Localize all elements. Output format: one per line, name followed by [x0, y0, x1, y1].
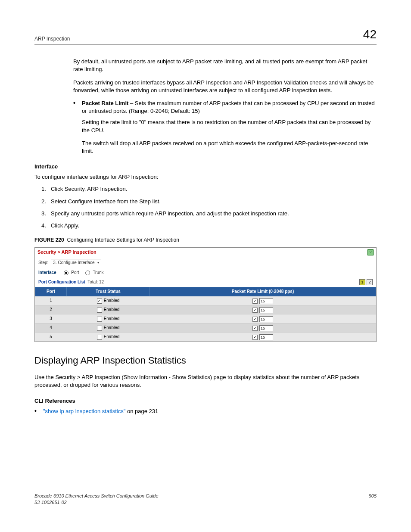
breadcrumb: Security > ARP Inspection	[37, 249, 97, 255]
step-number: 2.	[41, 198, 51, 205]
screenshot-titlebar: Security > ARP Inspection ?	[35, 248, 376, 257]
figure-caption: FIGURE 220 Configuring Interface Setting…	[34, 236, 377, 244]
trust-checkbox[interactable]	[97, 326, 102, 331]
step-text: Specify any untrusted ports which requir…	[51, 210, 377, 218]
page-button-1[interactable]: 1	[359, 279, 365, 285]
rate-input[interactable]: 15	[259, 298, 273, 304]
radio-trunk[interactable]	[85, 271, 90, 275]
col-trust: Trust Status	[67, 287, 150, 296]
cli-link[interactable]: "show ip arp inspection statistics"	[43, 408, 125, 414]
trust-checkbox[interactable]	[97, 299, 102, 304]
enabled-label: Enabled	[104, 307, 120, 312]
bullet-marker: •	[34, 408, 43, 415]
step-select[interactable]: 3. Configure Interface	[51, 259, 101, 266]
enabled-label: Enabled	[104, 325, 120, 330]
cell-trust: Enabled	[67, 333, 150, 342]
rate-checkbox[interactable]	[252, 317, 258, 322]
list-total-label: Total:	[87, 280, 99, 284]
step-item: 3.Specify any untrusted ports which requ…	[41, 210, 377, 218]
term: Packet Rate Limit	[82, 100, 128, 106]
table-row: 5Enabled15	[35, 333, 376, 342]
subsection-heading: Interface	[34, 163, 377, 171]
cell-port: 1	[35, 296, 67, 305]
cell-trust: Enabled	[67, 305, 150, 314]
cell-rate: 15	[150, 333, 376, 342]
list-title-text: Port Configuration List	[38, 280, 85, 284]
paragraph: Use the Security > ARP Inspection (Show …	[34, 373, 377, 389]
section-heading: Displaying ARP Inspection Statistics	[34, 354, 377, 367]
list-header-row: Port Configuration List Total: 12 1 2	[35, 277, 376, 287]
cell-port: 5	[35, 333, 67, 342]
steps-list: 1.Click Security, ARP Inspection. 2.Sele…	[41, 185, 377, 230]
rate-input[interactable]: 15	[259, 307, 273, 313]
subsection-heading: CLI References	[34, 397, 377, 405]
step-text: Select Configure Interface from the Step…	[51, 198, 377, 205]
step-row: Step: 3. Configure Interface	[35, 257, 376, 268]
screenshot-figure: Security > ARP Inspection ? Step: 3. Con…	[34, 247, 377, 342]
page-button-2[interactable]: 2	[367, 279, 373, 285]
footer-doc-id: 53-1002651-02	[34, 499, 159, 506]
step-number: 4.	[41, 222, 51, 230]
bullet-item: • "show ip arp inspection statistics" on…	[34, 408, 377, 415]
cell-port: 2	[35, 305, 67, 314]
header-chapter-number: 42	[363, 26, 377, 43]
step-number: 3.	[41, 210, 51, 218]
step-item: 1.Click Security, ARP Inspection.	[41, 185, 377, 193]
paragraph: Setting the rate limit to "0" means that…	[82, 118, 377, 134]
figure-title: Configuring Interface Settings for ARP I…	[67, 237, 179, 243]
interface-row: Interface Port Trunk	[35, 268, 376, 277]
rate-checkbox[interactable]	[252, 299, 258, 304]
enabled-label: Enabled	[104, 334, 120, 339]
radio-port[interactable]	[64, 271, 68, 275]
cli-link-rest: on page 231	[125, 408, 158, 414]
bullet-text: Packet Rate Limit – Sets the maximum num…	[82, 100, 377, 115]
bullet-marker: •	[73, 100, 82, 115]
enabled-label: Enabled	[104, 298, 120, 303]
list-title: Port Configuration List Total: 12	[38, 279, 104, 285]
cell-port: 3	[35, 314, 67, 324]
rate-input[interactable]: 15	[259, 334, 273, 340]
trust-checkbox[interactable]	[97, 335, 102, 340]
header-section-title: ARP Inspection	[34, 35, 70, 43]
enabled-label: Enabled	[104, 316, 120, 321]
port-table: Port Trust Status Packet Rate Limit (0-2…	[35, 287, 376, 342]
help-icon[interactable]: ?	[367, 249, 374, 255]
rate-input[interactable]: 15	[259, 325, 273, 331]
interface-label: Interface	[38, 270, 56, 276]
page-header: ARP Inspection 42	[34, 26, 377, 45]
bullet-item: • Packet Rate Limit – Sets the maximum n…	[73, 100, 377, 115]
rate-checkbox[interactable]	[252, 335, 258, 340]
rate-checkbox[interactable]	[252, 308, 258, 313]
cell-trust: Enabled	[67, 324, 150, 333]
step-number: 1.	[41, 185, 51, 193]
step-text: Click Security, ARP Inspection.	[51, 185, 377, 193]
paragraph: By default, all untrusted ports are subj…	[73, 58, 377, 73]
paragraph: To configure interface settings for ARP …	[34, 173, 377, 181]
rate-checkbox[interactable]	[252, 326, 258, 331]
table-row: 1Enabled15	[35, 296, 376, 305]
cell-trust: Enabled	[67, 314, 150, 324]
step-item: 2.Select Configure Interface from the St…	[41, 198, 377, 205]
step-text: Click Apply.	[51, 222, 377, 230]
footer-doc-title: Brocade 6910 Ethernet Access Switch Conf…	[34, 493, 159, 499]
col-port: Port	[35, 287, 67, 296]
step-label: Step:	[38, 260, 48, 266]
radio-port-label: Port	[71, 270, 79, 276]
radio-trunk-label: Trunk	[93, 270, 103, 276]
page-footer: Brocade 6910 Ethernet Access Switch Conf…	[34, 493, 377, 506]
paragraph: The switch will drop all ARP packets rec…	[82, 140, 377, 155]
cell-trust: Enabled	[67, 296, 150, 305]
col-rate: Packet Rate Limit (0-2048 pps)	[150, 287, 376, 296]
table-row: 4Enabled15	[35, 324, 376, 333]
table-row: 2Enabled15	[35, 305, 376, 314]
bullet-text: "show ip arp inspection statistics" on p…	[43, 408, 377, 415]
trust-checkbox[interactable]	[97, 308, 102, 313]
trust-checkbox[interactable]	[97, 317, 102, 322]
figure-label: FIGURE 220	[34, 237, 64, 243]
cell-rate: 15	[150, 314, 376, 324]
pager: 1 2	[359, 279, 373, 285]
cell-port: 4	[35, 324, 67, 333]
rate-input[interactable]: 15	[259, 316, 273, 322]
cell-rate: 15	[150, 296, 376, 305]
footer-page-number: 905	[369, 493, 377, 506]
